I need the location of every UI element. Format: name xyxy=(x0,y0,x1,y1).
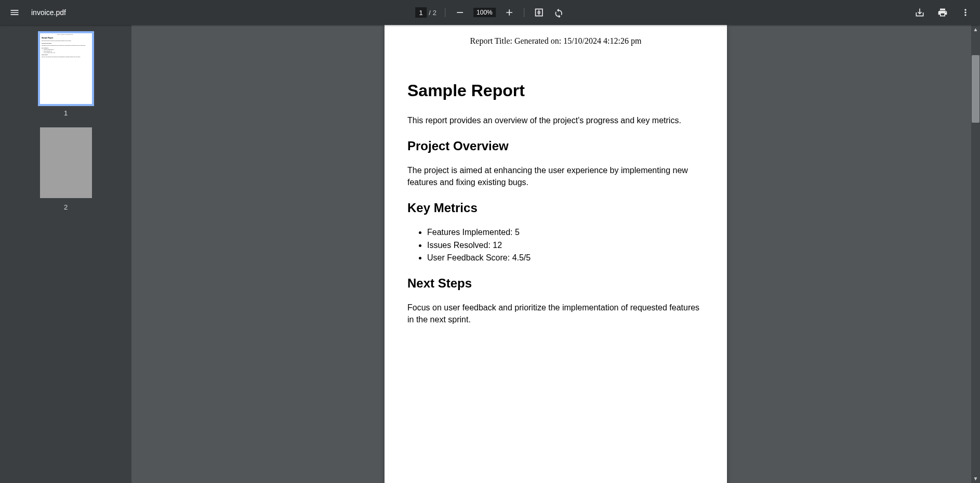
zoom-level-display[interactable]: 100% xyxy=(473,8,496,17)
thumbnail-sidebar: Report Title: Generated on: 15/10/2024 4… xyxy=(0,25,131,483)
pdf-toolbar: invoice.pdf / 2 100% xyxy=(0,0,980,25)
toolbar-divider xyxy=(445,8,445,17)
scroll-up-arrow-icon[interactable]: ▲ xyxy=(971,25,980,34)
toolbar-left-group: invoice.pdf xyxy=(8,6,66,19)
thumbnail-item: 2 xyxy=(0,127,131,211)
toolbar-divider xyxy=(524,8,524,17)
main-area: Report Title: Generated on: 15/10/2024 4… xyxy=(0,25,980,483)
scroll-down-arrow-icon[interactable]: ▼ xyxy=(971,474,980,483)
more-options-button[interactable] xyxy=(959,6,972,19)
section-heading-next: Next Steps xyxy=(407,276,704,291)
list-item: Issues Resolved: 12 xyxy=(427,240,704,251)
toolbar-center-group: / 2 100% xyxy=(415,6,565,19)
list-item: Features Implemented: 5 xyxy=(427,227,704,238)
list-item: User Feedback Score: 4.5/5 xyxy=(427,252,704,264)
thumbnail-item: Report Title: Generated on: 15/10/2024 4… xyxy=(0,33,131,117)
page-total: 2 xyxy=(433,9,436,17)
metrics-list: Features Implemented: 5 Issues Resolved:… xyxy=(407,227,704,264)
section-body-next: Focus on user feedback and prioritize th… xyxy=(407,302,704,325)
fit-page-button[interactable] xyxy=(533,6,545,19)
document-intro: This report provides an overview of the … xyxy=(407,115,704,126)
document-viewport[interactable]: Report Title: Generated on: 15/10/2024 4… xyxy=(131,25,980,483)
toolbar-right-group xyxy=(913,6,972,19)
section-body-overview: The project is aimed at enhancing the us… xyxy=(407,165,704,188)
download-button[interactable] xyxy=(913,6,926,19)
scrollbar-thumb[interactable] xyxy=(972,55,979,123)
section-heading-metrics: Key Metrics xyxy=(407,201,704,215)
section-heading-overview: Project Overview xyxy=(407,139,704,153)
print-button[interactable] xyxy=(936,6,949,19)
zoom-out-button[interactable] xyxy=(454,6,466,19)
page-number-input[interactable] xyxy=(415,7,427,18)
page-thumbnail-2[interactable] xyxy=(40,127,92,198)
page-indicator: / 2 xyxy=(415,7,436,18)
rotate-button[interactable] xyxy=(552,6,565,19)
zoom-in-button[interactable] xyxy=(503,6,515,19)
thumbnail-page-number: 2 xyxy=(64,203,68,211)
page-thumbnail-1[interactable]: Report Title: Generated on: 15/10/2024 4… xyxy=(40,33,92,104)
menu-icon[interactable] xyxy=(8,6,21,19)
filename-label: invoice.pdf xyxy=(31,8,66,17)
thumbnail-page-number: 1 xyxy=(64,109,68,117)
document-title: Sample Report xyxy=(407,81,704,100)
document-header: Report Title: Generated on: 15/10/2024 4… xyxy=(407,36,704,46)
vertical-scrollbar[interactable]: ▲ ▼ xyxy=(971,25,980,483)
page-separator: / xyxy=(429,9,431,17)
pdf-page: Report Title: Generated on: 15/10/2024 4… xyxy=(385,25,727,483)
